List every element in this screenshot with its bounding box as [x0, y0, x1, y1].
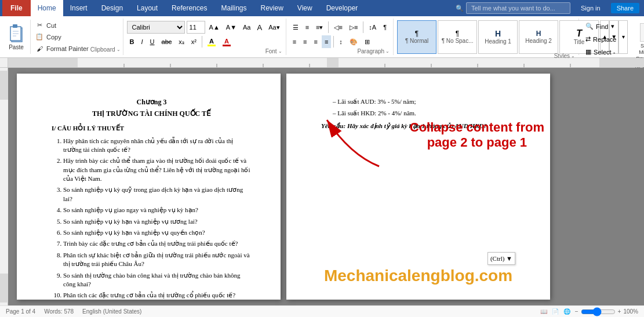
- sign-in-button[interactable]: Sign in: [576, 3, 605, 13]
- borders-button[interactable]: ⊞: [362, 35, 373, 48]
- question-7: Trình bày các đặc trưng cơ bản của thị t…: [63, 239, 252, 248]
- svg-rect-10: [339, 58, 599, 67]
- page-info: Page 1 of 4: [6, 308, 35, 315]
- zoom-level: 100%: [623, 308, 638, 315]
- tab-references[interactable]: References: [165, 0, 214, 16]
- question-6: So sánh nghiệp vụ kỳ hạn và nghiệp vụ qu…: [63, 228, 252, 237]
- tab-home[interactable]: Home: [31, 0, 63, 16]
- section1-title: I/ CÂU HỎI LÝ THUYẾT: [52, 123, 252, 133]
- paste-button[interactable]: Paste: [2, 20, 31, 54]
- decrease-indent-button[interactable]: ◁≡: [331, 21, 345, 34]
- tab-layout[interactable]: Layout: [130, 0, 165, 16]
- find-label: Find: [596, 23, 608, 30]
- view-read-icon[interactable]: 📖: [540, 308, 547, 315]
- clear-formatting-button[interactable]: Aa: [241, 21, 253, 34]
- view-web-icon[interactable]: 🌐: [563, 308, 570, 315]
- question-8: Phân tích sự khác biệt cơ bản giữa thị t…: [63, 251, 252, 269]
- font-expand-icon[interactable]: ⌄: [278, 49, 282, 54]
- style-heading1[interactable]: H Heading 1: [478, 20, 518, 54]
- style-normal-label: ¶ Normal: [405, 38, 428, 44]
- font-grow-button[interactable]: A▲: [207, 21, 222, 34]
- style-no-spacing[interactable]: ¶ ¶ No Spac...: [438, 20, 477, 54]
- questions-list: Hãy phân tích các nguyên nhân chủ yếu dẫ…: [52, 137, 252, 300]
- numbering-button[interactable]: ≡: [303, 21, 312, 34]
- font-name-select[interactable]: Calibri: [127, 21, 185, 34]
- paste-label: Paste: [9, 44, 24, 50]
- multilevel-list-button[interactable]: ≡▾: [313, 21, 326, 34]
- shading-button[interactable]: 🎨: [347, 35, 361, 48]
- replace-icon: ⇄: [585, 35, 591, 43]
- ruler-horizontal: [8, 58, 644, 67]
- tab-review[interactable]: Review: [253, 0, 290, 16]
- style-no-spacing-label: ¶ No Spac...: [442, 38, 474, 44]
- format-painter-label: Format Painter: [46, 45, 89, 52]
- question-2: Hãy trình bày các chủ thể tham gia vào t…: [63, 156, 252, 183]
- font-shrink-button[interactable]: A▼: [224, 21, 239, 34]
- align-left-button[interactable]: ≡: [290, 35, 299, 48]
- find-icon: 🔍: [585, 23, 594, 30]
- tab-file[interactable]: File: [2, 0, 31, 16]
- underline-button[interactable]: U: [147, 35, 158, 48]
- cut-button[interactable]: ✂ Cut: [33, 20, 90, 31]
- view-print-icon[interactable]: 📄: [552, 308, 559, 315]
- clipboard-actions: ✂ Cut 📋 Copy 🖌 Format Painter: [33, 20, 90, 54]
- svg-rect-7: [8, 58, 78, 67]
- cut-icon: ✂: [35, 21, 44, 30]
- italic-button[interactable]: I: [139, 35, 146, 48]
- share-button[interactable]: Share: [611, 3, 639, 13]
- find-dropdown-icon[interactable]: ▾: [611, 23, 614, 30]
- tab-developer[interactable]: Developer: [319, 0, 365, 16]
- style-normal[interactable]: ¶ ¶ Normal: [397, 20, 436, 54]
- tab-design[interactable]: Design: [94, 0, 130, 16]
- tab-insert[interactable]: Insert: [63, 0, 94, 16]
- replace-button[interactable]: ⇄ Replace: [583, 34, 619, 45]
- question-1: Hãy phân tích các nguyên nhân chủ yếu dẫ…: [63, 137, 252, 155]
- zoom-out-button[interactable]: −: [575, 308, 578, 315]
- superscript-button[interactable]: x²: [188, 35, 199, 48]
- question-3: So sánh nghiệp vụ kỳ quỹ trong giao dịch…: [63, 185, 252, 203]
- align-right-button[interactable]: ≡: [311, 35, 320, 48]
- question-9: So sánh thị trường chào bán công khai và…: [63, 271, 252, 289]
- svg-rect-11: [599, 58, 644, 67]
- strikethrough-button[interactable]: abc: [159, 35, 175, 48]
- style-heading2[interactable]: H Heading 2: [519, 20, 558, 54]
- sort-button[interactable]: ↕A: [366, 21, 379, 34]
- paragraph-expand-icon[interactable]: ⌄: [385, 49, 390, 54]
- format-painter-button[interactable]: 🖌 Format Painter: [33, 43, 90, 54]
- zoom-slider-input[interactable]: [581, 307, 616, 316]
- font-size-input[interactable]: [187, 21, 205, 34]
- page-2: Lãi suất AUD: 3% - 5%/ năm; Lãi suất HKD…: [286, 74, 550, 300]
- tab-view[interactable]: View: [290, 0, 319, 16]
- select-icon: ▦: [585, 48, 591, 56]
- svg-rect-2: [13, 24, 17, 28]
- text-effects-button[interactable]: A: [255, 21, 265, 34]
- svg-rect-9: [327, 58, 339, 67]
- search-area: 🔍: [456, 2, 570, 14]
- font-color-button[interactable]: A: [220, 35, 234, 48]
- select-button[interactable]: ▦ Select -: [583, 46, 619, 57]
- font-group-label: Font: [265, 48, 277, 54]
- chapter-heading: Chương 3: [52, 97, 252, 107]
- ctrl-popup[interactable]: (Ctrl) ▼: [487, 252, 515, 265]
- zoom-out-button2[interactable]: +: [618, 308, 621, 315]
- change-case-button[interactable]: Aa▾: [266, 21, 282, 34]
- clipboard-expand-icon[interactable]: ⌄: [117, 47, 121, 52]
- find-button[interactable]: 🔍 Find ▾: [583, 21, 619, 32]
- language-status: English (United States): [82, 308, 141, 315]
- bullets-button[interactable]: ☰: [290, 21, 301, 34]
- copy-label: Copy: [46, 34, 61, 41]
- search-input[interactable]: [466, 2, 570, 14]
- align-center-button[interactable]: ≡: [300, 35, 310, 48]
- text-highlight-button[interactable]: A: [205, 35, 219, 48]
- bold-button[interactable]: B: [127, 35, 137, 48]
- page-1: Chương 3 THỊ TRƯỜNG TÀI CHÍNH QUỐC TẾ I/…: [17, 74, 281, 300]
- line-spacing-button[interactable]: ↕: [336, 35, 345, 48]
- subscript-button[interactable]: x₂: [176, 35, 187, 48]
- page-title: THỊ TRƯỜNG TÀI CHÍNH QUỐC TẾ: [52, 108, 252, 119]
- justify-button[interactable]: ≡: [322, 35, 331, 48]
- increase-indent-button[interactable]: ▷≡: [347, 21, 361, 34]
- tab-mailings[interactable]: Mailings: [214, 0, 253, 16]
- clipboard-group-label: Clipboard: [90, 46, 115, 53]
- copy-button[interactable]: 📋 Copy: [33, 32, 90, 42]
- show-formatting-button[interactable]: ¶: [380, 21, 390, 34]
